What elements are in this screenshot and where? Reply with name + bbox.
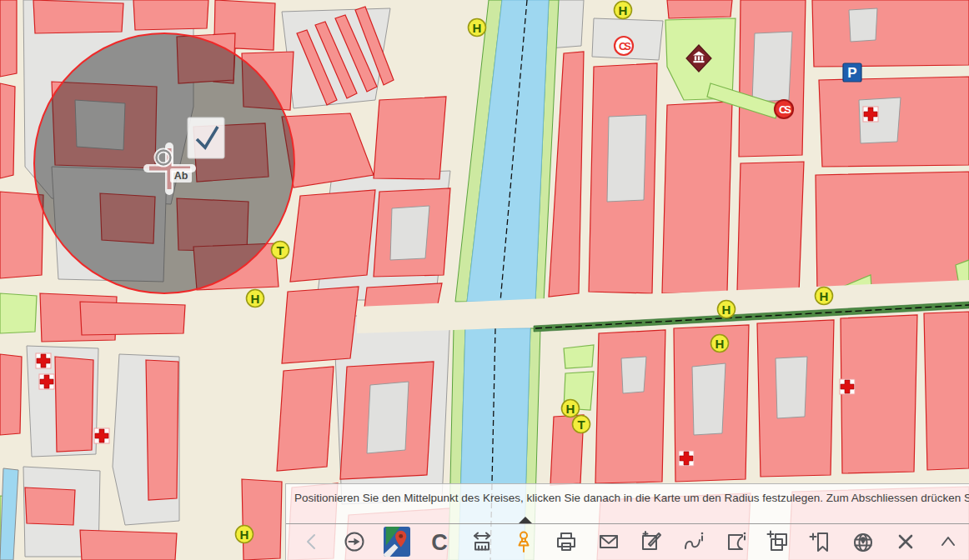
marker-stop-h: H bbox=[718, 301, 736, 318]
svg-text:T: T bbox=[577, 418, 585, 432]
marker-cross bbox=[94, 428, 109, 443]
toolbar-button-collapse-toolbar[interactable] bbox=[926, 525, 969, 558]
edit-square-icon bbox=[639, 529, 664, 554]
marker-stop-h: H bbox=[615, 2, 632, 19]
marker-cross bbox=[863, 107, 878, 122]
tool-panel: Positionieren Sie den Mittelpunkt des Kr… bbox=[285, 483, 969, 560]
line-info-icon bbox=[681, 529, 706, 554]
svg-text:H: H bbox=[566, 402, 575, 416]
svg-text:P: P bbox=[847, 65, 856, 81]
pushpin-icon bbox=[511, 529, 536, 554]
marker-cross bbox=[39, 374, 54, 389]
marker-cs-cs: CS bbox=[775, 100, 793, 118]
google-maps-icon bbox=[384, 527, 410, 557]
measure-ruler-icon bbox=[469, 529, 495, 554]
globe-icon bbox=[851, 529, 876, 554]
svg-text:C: C bbox=[431, 530, 448, 554]
marker-stop-h: H bbox=[247, 290, 264, 308]
map-application: HHHHHHHHTTCSCSP Ab Positionieren Sie den… bbox=[0, 0, 969, 560]
toolbar-button-world-view[interactable] bbox=[842, 525, 885, 558]
marker-stop-h: H bbox=[816, 288, 833, 305]
toolbar-button-send-mail[interactable] bbox=[588, 525, 630, 558]
marker-stop-t: T bbox=[272, 242, 289, 259]
svg-text:H: H bbox=[820, 289, 829, 303]
toolbar-button-close-toolbar[interactable] bbox=[884, 525, 926, 558]
toolbar-button-print[interactable] bbox=[545, 525, 588, 558]
marker-stop-h: H bbox=[469, 19, 486, 37]
chevron-left-icon bbox=[299, 529, 324, 554]
chevron-up-icon bbox=[936, 529, 961, 554]
bottom-toolbar: C bbox=[286, 524, 969, 559]
arrow-circle-icon bbox=[342, 529, 367, 554]
toolbar-button-mark-position[interactable] bbox=[503, 525, 545, 558]
toolbar-button-history-back[interactable] bbox=[291, 525, 334, 558]
svg-text:H: H bbox=[619, 3, 628, 18]
marker-stop-t: T bbox=[573, 416, 590, 433]
copy-plus-icon bbox=[766, 529, 791, 554]
toolbar-button-identify-line[interactable] bbox=[672, 525, 715, 558]
svg-text:H: H bbox=[715, 337, 725, 351]
toolbar-button-add-bookmark[interactable] bbox=[800, 525, 842, 558]
marker-cross bbox=[679, 451, 694, 466]
printer-icon bbox=[554, 529, 579, 554]
active-tool-pointer-triangle bbox=[519, 517, 532, 523]
svg-text:H: H bbox=[473, 21, 482, 35]
toolbar-button-history-forward[interactable] bbox=[334, 525, 376, 558]
marker-parking-p: P bbox=[843, 63, 861, 82]
svg-text:H: H bbox=[722, 302, 731, 317]
toolbar-button-google-maps[interactable] bbox=[376, 525, 419, 558]
marker-cs-cs: CS bbox=[615, 37, 633, 55]
map-canvas[interactable]: HHHHHHHHTTCSCSP Ab bbox=[0, 0, 969, 560]
toolbar-button-redlining[interactable] bbox=[630, 525, 673, 558]
toolbar-button-measure[interactable] bbox=[460, 525, 503, 558]
envelope-icon bbox=[596, 529, 621, 554]
marker-stop-h: H bbox=[711, 335, 729, 352]
toolbar-button-identify-area[interactable] bbox=[715, 525, 757, 558]
marker-cross bbox=[840, 379, 855, 394]
area-info-icon bbox=[724, 529, 749, 554]
cursor-label: Ab bbox=[174, 170, 188, 182]
marker-cross bbox=[36, 353, 51, 368]
bookmark-plus-icon bbox=[808, 529, 833, 554]
close-x-icon bbox=[893, 529, 918, 554]
instruction-message: Positionieren Sie den Mittelpunkt des Kr… bbox=[286, 484, 969, 524]
svg-text:T: T bbox=[276, 243, 284, 258]
letter-c-icon: C bbox=[427, 529, 452, 554]
svg-text:H: H bbox=[240, 528, 249, 542]
svg-text:H: H bbox=[251, 292, 260, 306]
toolbar-button-add-overlay[interactable] bbox=[757, 525, 800, 558]
marker-stop-h: H bbox=[562, 400, 580, 418]
toolbar-button-copyright[interactable]: C bbox=[418, 525, 460, 558]
confirm-circle-ok-button[interactable] bbox=[188, 118, 224, 158]
marker-stop-h: H bbox=[236, 526, 254, 543]
